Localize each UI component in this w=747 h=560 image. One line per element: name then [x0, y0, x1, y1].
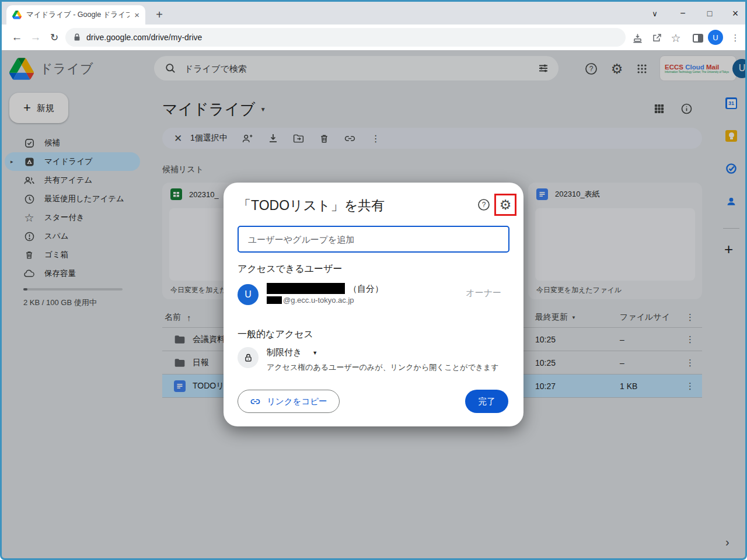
download-page-icon[interactable] [631, 32, 644, 44]
tab-title: マイドライブ - Google ドライブ [26, 10, 130, 20]
browser-avatar[interactable]: U [708, 30, 723, 45]
access-description: アクセス権のあるユーザーのみが、リンクから開くことができます [267, 362, 499, 373]
link-icon [250, 396, 261, 407]
new-tab-button[interactable]: + [151, 6, 167, 23]
svg-text:?: ? [482, 201, 486, 209]
general-access-heading: 一般的なアクセス [238, 328, 313, 341]
window-close-button[interactable]: × [727, 5, 744, 22]
add-people-input[interactable] [238, 226, 509, 253]
screenshot-root: { "window": { "tab_title": "マイドライブ - Goo… [0, 0, 747, 560]
done-button[interactable]: 完了 [465, 390, 508, 413]
share-dialog: 「TODOリスト」を共有 ? ⚙ アクセスできるユーザー U （自分） @g.e… [224, 183, 523, 426]
people-with-access-heading: アクセスできるユーザー [238, 263, 342, 275]
owner-row: U （自分） @g.ecc.u-tokyo.ac.jp オーナー [238, 283, 509, 309]
url-text: drive.google.com/drive/my-drive [86, 33, 202, 42]
redacted-email [267, 296, 282, 304]
share-icon[interactable] [651, 32, 664, 44]
drive-favicon-icon [12, 10, 22, 19]
annotation-box [494, 194, 516, 216]
tab-close-icon[interactable]: × [134, 10, 139, 20]
reload-icon[interactable]: ↻ [46, 29, 62, 46]
access-level-dropdown[interactable]: 制限付き ▼ [267, 347, 317, 358]
owner-avatar: U [238, 284, 259, 305]
redacted-name [267, 283, 345, 294]
back-icon[interactable]: ← [9, 29, 25, 46]
lock-icon [238, 347, 259, 368]
lock-icon [74, 33, 81, 41]
copy-link-button[interactable]: リンクをコピー [238, 390, 340, 413]
browser-tab[interactable]: マイドライブ - Google ドライブ × [6, 5, 145, 24]
owner-role: オーナー [466, 288, 501, 299]
copy-link-label: リンクをコピー [267, 396, 327, 407]
browser-tab-bar: マイドライブ - Google ドライブ × + ∨ − □ × [2, 2, 745, 24]
owner-self-label: （自分） [348, 284, 383, 295]
forward-icon: → [27, 29, 44, 46]
window-maximize-button[interactable]: □ [701, 5, 718, 22]
browser-menu-icon[interactable]: ⋮ [729, 32, 742, 44]
window-minimize-button[interactable]: − [674, 5, 692, 22]
dropdown-caret-icon: ▼ [312, 350, 317, 356]
dialog-title: 「TODOリスト」を共有 [238, 197, 385, 215]
address-bar-row: ← → ↻ drive.google.com/drive/my-drive ☆ … [2, 24, 745, 50]
tab-search-chevron-icon[interactable]: ∨ [646, 5, 664, 22]
address-bar[interactable]: drive.google.com/drive/my-drive [65, 28, 626, 47]
side-panel-icon[interactable] [692, 32, 704, 44]
owner-email: @g.ecc.u-tokyo.ac.jp [283, 296, 354, 304]
help-icon[interactable]: ? [477, 198, 491, 212]
bookmark-star-icon[interactable]: ☆ [669, 32, 682, 44]
